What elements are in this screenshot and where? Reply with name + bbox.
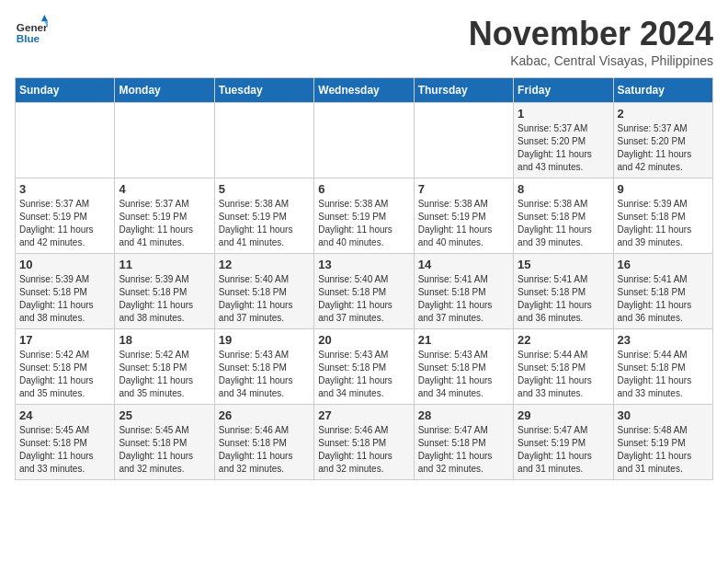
calendar-cell: 10Sunrise: 5:39 AM Sunset: 5:18 PM Dayli…	[16, 254, 115, 329]
calendar-cell: 19Sunrise: 5:43 AM Sunset: 5:18 PM Dayli…	[214, 329, 313, 405]
day-number: 22	[518, 333, 609, 347]
calendar-cell: 21Sunrise: 5:43 AM Sunset: 5:18 PM Dayli…	[414, 329, 513, 405]
day-info: Sunrise: 5:39 AM Sunset: 5:18 PM Dayligh…	[618, 198, 709, 249]
day-info: Sunrise: 5:41 AM Sunset: 5:18 PM Dayligh…	[518, 273, 609, 325]
calendar-cell: 30Sunrise: 5:48 AM Sunset: 5:19 PM Dayli…	[613, 405, 712, 480]
calendar-body: 1Sunrise: 5:37 AM Sunset: 5:20 PM Daylig…	[16, 103, 713, 480]
day-number: 29	[518, 408, 609, 422]
day-info: Sunrise: 5:37 AM Sunset: 5:20 PM Dayligh…	[618, 122, 709, 174]
calendar-week-row: 10Sunrise: 5:39 AM Sunset: 5:18 PM Dayli…	[16, 254, 713, 329]
day-number: 14	[418, 258, 509, 271]
day-info: Sunrise: 5:43 AM Sunset: 5:18 PM Dayligh…	[219, 349, 310, 400]
calendar-cell: 9Sunrise: 5:39 AM Sunset: 5:18 PM Daylig…	[613, 178, 712, 254]
calendar-cell: 22Sunrise: 5:44 AM Sunset: 5:18 PM Dayli…	[514, 329, 613, 405]
day-number: 6	[318, 182, 409, 196]
day-number: 17	[19, 333, 110, 347]
logo: General Blue	[15, 15, 48, 48]
day-number: 30	[618, 408, 709, 422]
day-number: 27	[318, 408, 409, 422]
day-number: 2	[618, 107, 709, 121]
calendar-cell: 17Sunrise: 5:42 AM Sunset: 5:18 PM Dayli…	[16, 329, 115, 405]
day-number: 23	[618, 333, 709, 347]
calendar-cell: 7Sunrise: 5:38 AM Sunset: 5:19 PM Daylig…	[414, 178, 513, 254]
day-number: 4	[119, 182, 210, 196]
calendar-header-row: SundayMondayTuesdayWednesdayThursdayFrid…	[16, 78, 713, 103]
day-info: Sunrise: 5:45 AM Sunset: 5:18 PM Dayligh…	[119, 424, 210, 476]
day-info: Sunrise: 5:48 AM Sunset: 5:19 PM Dayligh…	[618, 424, 709, 476]
day-info: Sunrise: 5:38 AM Sunset: 5:18 PM Dayligh…	[518, 198, 609, 249]
day-info: Sunrise: 5:43 AM Sunset: 5:18 PM Dayligh…	[418, 349, 509, 400]
calendar-cell: 18Sunrise: 5:42 AM Sunset: 5:18 PM Dayli…	[115, 329, 214, 405]
calendar-cell	[414, 103, 513, 178]
day-info: Sunrise: 5:47 AM Sunset: 5:18 PM Dayligh…	[418, 424, 509, 476]
day-info: Sunrise: 5:40 AM Sunset: 5:18 PM Dayligh…	[219, 273, 310, 325]
day-number: 12	[219, 258, 310, 271]
location-title: Kabac, Central Visayas, Philippines	[469, 53, 713, 68]
calendar-cell: 29Sunrise: 5:47 AM Sunset: 5:19 PM Dayli…	[514, 405, 613, 480]
calendar-cell: 2Sunrise: 5:37 AM Sunset: 5:20 PM Daylig…	[613, 103, 712, 178]
day-info: Sunrise: 5:42 AM Sunset: 5:18 PM Dayligh…	[119, 349, 210, 400]
calendar-cell: 20Sunrise: 5:43 AM Sunset: 5:18 PM Dayli…	[314, 329, 414, 405]
day-number: 20	[318, 333, 409, 347]
month-title: November 2024	[469, 15, 713, 53]
calendar-header-cell: Saturday	[613, 78, 712, 103]
day-number: 13	[318, 258, 409, 271]
day-info: Sunrise: 5:42 AM Sunset: 5:18 PM Dayligh…	[19, 349, 110, 400]
calendar-cell: 28Sunrise: 5:47 AM Sunset: 5:18 PM Dayli…	[414, 405, 513, 480]
calendar-week-row: 3Sunrise: 5:37 AM Sunset: 5:19 PM Daylig…	[16, 178, 713, 254]
day-number: 25	[119, 408, 210, 422]
day-info: Sunrise: 5:37 AM Sunset: 5:20 PM Dayligh…	[518, 122, 609, 174]
day-info: Sunrise: 5:44 AM Sunset: 5:18 PM Dayligh…	[518, 349, 609, 400]
calendar-cell	[115, 103, 214, 178]
calendar-cell: 4Sunrise: 5:37 AM Sunset: 5:19 PM Daylig…	[115, 178, 214, 254]
day-number: 16	[618, 258, 709, 271]
calendar-week-row: 1Sunrise: 5:37 AM Sunset: 5:20 PM Daylig…	[16, 103, 713, 178]
day-info: Sunrise: 5:47 AM Sunset: 5:19 PM Dayligh…	[518, 424, 609, 476]
calendar-cell: 6Sunrise: 5:38 AM Sunset: 5:19 PM Daylig…	[314, 178, 414, 254]
calendar-cell: 8Sunrise: 5:38 AM Sunset: 5:18 PM Daylig…	[514, 178, 613, 254]
day-number: 24	[19, 408, 110, 422]
day-number: 18	[119, 333, 210, 347]
calendar-header-cell: Sunday	[16, 78, 115, 103]
day-number: 8	[518, 182, 609, 196]
day-info: Sunrise: 5:40 AM Sunset: 5:18 PM Dayligh…	[318, 273, 409, 325]
day-info: Sunrise: 5:38 AM Sunset: 5:19 PM Dayligh…	[418, 198, 509, 249]
calendar-cell: 11Sunrise: 5:39 AM Sunset: 5:18 PM Dayli…	[115, 254, 214, 329]
day-number: 19	[219, 333, 310, 347]
day-info: Sunrise: 5:39 AM Sunset: 5:18 PM Dayligh…	[119, 273, 210, 325]
day-number: 21	[418, 333, 509, 347]
day-info: Sunrise: 5:44 AM Sunset: 5:18 PM Dayligh…	[618, 349, 709, 400]
title-area: November 2024 Kabac, Central Visayas, Ph…	[469, 15, 713, 68]
calendar-cell: 25Sunrise: 5:45 AM Sunset: 5:18 PM Dayli…	[115, 405, 214, 480]
day-number: 3	[19, 182, 110, 196]
day-info: Sunrise: 5:46 AM Sunset: 5:18 PM Dayligh…	[219, 424, 310, 476]
logo-icon: General Blue	[15, 15, 48, 48]
calendar-header-cell: Thursday	[414, 78, 513, 103]
calendar-cell: 3Sunrise: 5:37 AM Sunset: 5:19 PM Daylig…	[16, 178, 115, 254]
calendar-header-cell: Friday	[514, 78, 613, 103]
svg-marker-2	[41, 15, 48, 21]
day-info: Sunrise: 5:45 AM Sunset: 5:18 PM Dayligh…	[19, 424, 110, 476]
day-info: Sunrise: 5:39 AM Sunset: 5:18 PM Dayligh…	[19, 273, 110, 325]
calendar-cell: 16Sunrise: 5:41 AM Sunset: 5:18 PM Dayli…	[613, 254, 712, 329]
day-info: Sunrise: 5:38 AM Sunset: 5:19 PM Dayligh…	[318, 198, 409, 249]
day-info: Sunrise: 5:41 AM Sunset: 5:18 PM Dayligh…	[418, 273, 509, 325]
calendar-cell: 1Sunrise: 5:37 AM Sunset: 5:20 PM Daylig…	[514, 103, 613, 178]
day-info: Sunrise: 5:41 AM Sunset: 5:18 PM Dayligh…	[618, 273, 709, 325]
calendar-cell: 24Sunrise: 5:45 AM Sunset: 5:18 PM Dayli…	[16, 405, 115, 480]
calendar-cell: 5Sunrise: 5:38 AM Sunset: 5:19 PM Daylig…	[214, 178, 313, 254]
day-number: 11	[119, 258, 210, 271]
day-number: 28	[418, 408, 509, 422]
day-info: Sunrise: 5:37 AM Sunset: 5:19 PM Dayligh…	[19, 198, 110, 249]
day-info: Sunrise: 5:46 AM Sunset: 5:18 PM Dayligh…	[318, 424, 409, 476]
calendar-header-cell: Tuesday	[214, 78, 313, 103]
calendar-cell: 26Sunrise: 5:46 AM Sunset: 5:18 PM Dayli…	[214, 405, 313, 480]
calendar-cell: 13Sunrise: 5:40 AM Sunset: 5:18 PM Dayli…	[314, 254, 414, 329]
day-info: Sunrise: 5:38 AM Sunset: 5:19 PM Dayligh…	[219, 198, 310, 249]
day-number: 1	[518, 107, 609, 121]
svg-text:Blue: Blue	[17, 32, 40, 44]
calendar-header-cell: Monday	[115, 78, 214, 103]
header: General Blue November 2024 Kabac, Centra…	[15, 15, 713, 68]
calendar-cell: 12Sunrise: 5:40 AM Sunset: 5:18 PM Dayli…	[214, 254, 313, 329]
calendar-cell: 27Sunrise: 5:46 AM Sunset: 5:18 PM Dayli…	[314, 405, 414, 480]
